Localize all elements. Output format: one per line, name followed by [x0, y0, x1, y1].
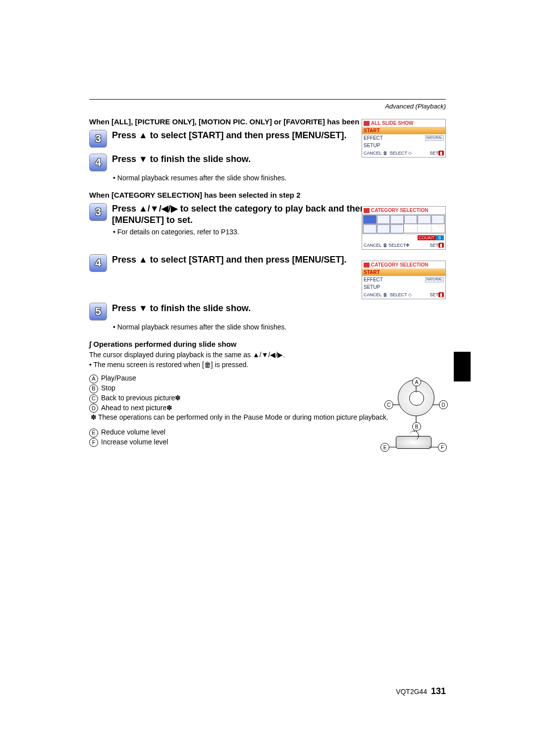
step-instruction: Press ▼ to finish the slide show. [112, 303, 446, 314]
thumb-tab [454, 352, 471, 381]
zoom-lever-diagram: E F [381, 431, 446, 456]
label-c-icon: C [89, 394, 98, 403]
category-icon [364, 208, 370, 213]
zoom-lever-icon [396, 436, 431, 449]
step-number-icon: 3 [89, 130, 107, 148]
doc-code: VQT2G44 [396, 688, 427, 696]
operations-menu-note: • The menu screen is restored when [🗑] i… [89, 360, 446, 370]
menu-effect: EFFECT [364, 277, 383, 282]
screenshot-category-start: CATEGORY SELECTION START EFFECTNATURAL S… [362, 261, 446, 299]
step-number-icon: 5 [89, 303, 107, 321]
step-5: 5 Press ▼ to finish the slide show. [89, 303, 446, 321]
label-e-icon: E [380, 443, 389, 452]
set-icon: ▮ [438, 292, 444, 297]
step-number-icon: 4 [89, 254, 107, 272]
label-a-icon: A [412, 378, 421, 386]
value-natural: NATURAL [425, 135, 444, 141]
label-b-icon: B [89, 384, 98, 393]
screenshot-all-slideshow: ALL SLIDE SHOW START EFFECTNATURAL SETUP… [362, 119, 446, 158]
rule [89, 99, 446, 100]
menu-setup: SETUP [364, 143, 380, 148]
label-d-icon: D [439, 400, 448, 409]
label-f-icon: F [438, 443, 447, 452]
category-grid [362, 214, 445, 234]
section-header: Advanced (Playback) [89, 103, 446, 110]
set-icon: ▮ [438, 243, 444, 248]
value-natural: NATURAL [425, 277, 444, 282]
operations-desc: The cursor displayed during playback is … [89, 350, 446, 360]
slideshow-icon [364, 121, 370, 126]
screenshot-category-selection: CATEGORY SELECTION COUNT8 CANCEL 🗑 SELEC… [362, 206, 446, 250]
page-number: 131 [431, 686, 446, 696]
condition-category-selected: When [CATEGORY SELECTION] has been selec… [89, 190, 446, 200]
operations-heading: ∫ Operations performed during slide show [89, 340, 446, 348]
step-note: Normal playback resumes after the slide … [113, 173, 446, 183]
category-icon [364, 263, 370, 268]
menu-setup: SETUP [364, 284, 380, 290]
step-note: Normal playback resumes after the slide … [113, 323, 446, 332]
label-b-icon: B [412, 422, 421, 431]
step-number-icon: 4 [89, 154, 107, 171]
manual-page: Advanced (Playback) When [ALL], [PICTURE… [0, 0, 535, 506]
page-footer: VQT2G44 131 [396, 686, 446, 697]
label-d-icon: D [89, 404, 98, 413]
menu-effect: EFFECT [364, 135, 383, 141]
menu-start: START [362, 127, 445, 134]
asterisk-icon: ✽ [89, 413, 98, 423]
step-number-icon: 3 [89, 203, 107, 221]
dpad-diagram: A B C D [386, 373, 446, 429]
label-a-icon: A [89, 375, 98, 383]
menu-start: START [362, 269, 445, 276]
label-e-icon: E [89, 429, 98, 437]
set-icon: ▮ [438, 151, 444, 156]
label-f-icon: F [89, 438, 98, 447]
